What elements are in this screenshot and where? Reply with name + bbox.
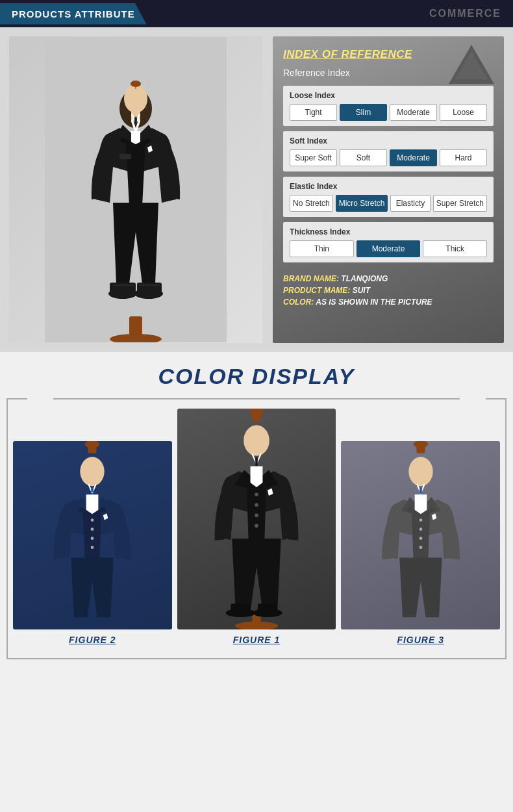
color-line: COLOR: AS IS SHOWN IN THE PICTURE <box>283 298 494 307</box>
thickness-thin-btn[interactable]: Thin <box>290 240 354 257</box>
svg-point-39 <box>91 527 94 531</box>
index-panel: INDEX OF REFERENCE Reference Index Loose… <box>273 36 504 343</box>
loose-moderate-btn[interactable]: Moderate <box>390 104 437 121</box>
elastic-nostretch-btn[interactable]: No Stretch <box>290 195 333 212</box>
soft-index-card: Soft Index Super Soft Soft Moderate Hard <box>283 131 494 171</box>
figures-row: FIGURE 2 <box>13 409 500 645</box>
svg-point-53 <box>255 492 258 496</box>
svg-rect-18 <box>137 283 162 294</box>
soft-supersoft-btn[interactable]: Super Soft <box>290 149 337 166</box>
figure-3-label: FIGURE 3 <box>397 635 444 645</box>
elastic-index-buttons: No Stretch Micro Stretch Elasticty Super… <box>290 195 487 212</box>
elastic-index-title: Elastic Index <box>290 182 487 191</box>
svg-point-64 <box>408 457 432 486</box>
svg-point-28 <box>85 441 99 448</box>
svg-point-63 <box>413 441 427 448</box>
soft-soft-btn[interactable]: Soft <box>340 149 387 166</box>
elastic-superstretch-btn[interactable]: Super Stretch <box>433 195 487 212</box>
color-border-box: FIGURE 2 <box>6 398 507 659</box>
triangle-decoration <box>445 42 497 87</box>
product-image-area <box>9 36 262 343</box>
product-image-placeholder <box>9 36 262 343</box>
figure-3-image <box>341 441 500 629</box>
svg-point-46 <box>249 409 264 415</box>
svg-point-56 <box>255 524 258 528</box>
product-image-svg <box>45 37 227 342</box>
svg-point-38 <box>91 518 94 522</box>
svg-point-58 <box>226 609 255 617</box>
header-brand: COMMERCE <box>429 8 501 19</box>
svg-point-29 <box>81 457 105 486</box>
product-mame-line: PRODUCT MAME: SUIT <box>283 286 494 295</box>
figure-1-svg <box>185 409 328 629</box>
svg-rect-20 <box>119 154 131 159</box>
loose-tight-btn[interactable]: Tight <box>290 104 337 121</box>
brand-name-line: BRAND NAME: TLANQIONG <box>283 274 494 283</box>
thickness-index-card: Thickness Index Thin Moderate Thick <box>283 222 494 262</box>
svg-point-54 <box>255 503 258 507</box>
top-section: INDEX OF REFERENCE Reference Index Loose… <box>0 27 513 352</box>
color-display-title: COLOR DISPLAY <box>6 364 507 389</box>
elastic-index-card: Elastic Index No Stretch Micro Stretch E… <box>283 177 494 217</box>
loose-index-card: Loose Index Tight Slim Moderate Loose <box>283 86 494 126</box>
color-display-section: COLOR DISPLAY <box>0 352 513 672</box>
svg-point-44 <box>235 622 278 629</box>
thickness-index-buttons: Thin Moderate Thick <box>290 240 487 257</box>
figure-1-label: FIGURE 1 <box>233 635 281 645</box>
loose-index-title: Loose Index <box>290 91 487 100</box>
header-title-wrap: PRODUCTS ATTRIBUTE <box>0 3 147 25</box>
elastic-elasticty-btn[interactable]: Elasticty <box>390 195 430 212</box>
svg-point-40 <box>91 537 94 540</box>
svg-point-76 <box>419 546 422 549</box>
thickness-index-title: Thickness Index <box>290 227 487 236</box>
figure-1-image <box>177 409 336 629</box>
figure-2-item: FIGURE 2 <box>13 441 172 645</box>
thickness-moderate-btn[interactable]: Moderate <box>357 240 421 257</box>
svg-point-75 <box>419 537 422 540</box>
svg-rect-17 <box>110 283 136 294</box>
svg-point-73 <box>419 518 422 522</box>
svg-point-60 <box>253 609 282 617</box>
loose-slim-btn[interactable]: Slim <box>340 104 387 121</box>
soft-index-title: Soft Index <box>290 136 487 146</box>
svg-point-41 <box>91 546 94 549</box>
figure-1-item: FIGURE 1 <box>177 409 336 645</box>
svg-point-74 <box>419 527 422 531</box>
product-info: BRAND NAME: TLANQIONG PRODUCT MAME: SUIT… <box>283 274 494 307</box>
header-bar: PRODUCTS ATTRIBUTE COMMERCE <box>0 0 513 27</box>
figure-3-svg <box>356 441 486 629</box>
figure-3-item: FIGURE 3 <box>341 441 500 645</box>
soft-index-buttons: Super Soft Soft Moderate Hard <box>290 149 487 166</box>
thickness-thick-btn[interactable]: Thick <box>423 240 487 257</box>
soft-moderate-btn[interactable]: Moderate <box>390 149 437 166</box>
soft-hard-btn[interactable]: Hard <box>440 149 487 166</box>
header-title: PRODUCTS ATTRIBUTE <box>12 8 135 19</box>
figure-2-svg <box>27 441 157 629</box>
loose-index-buttons: Tight Slim Moderate Loose <box>290 104 487 121</box>
svg-point-22 <box>131 81 141 87</box>
figure-2-image <box>13 441 172 629</box>
svg-point-55 <box>255 514 258 518</box>
loose-loose-btn[interactable]: Loose <box>440 104 487 121</box>
elastic-microstretch-btn[interactable]: Micro Stretch <box>336 195 388 212</box>
svg-rect-1 <box>129 316 142 336</box>
figure-2-label: FIGURE 2 <box>69 635 116 645</box>
svg-point-47 <box>244 425 269 456</box>
